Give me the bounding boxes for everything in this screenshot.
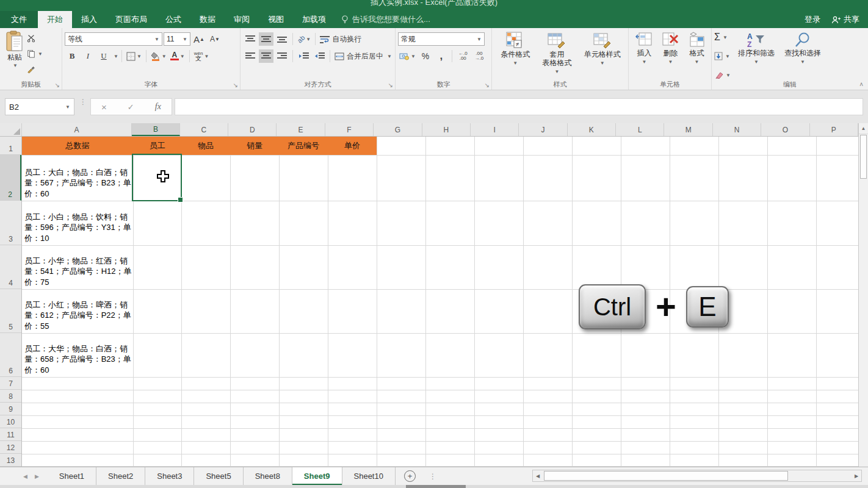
col-header-D[interactable]: D bbox=[228, 123, 277, 136]
borders-dropdown-caret[interactable]: ▼ bbox=[137, 54, 142, 59]
font-size-select[interactable]: 11▼ bbox=[164, 32, 190, 46]
paste-dropdown-caret[interactable]: ▼ bbox=[13, 63, 18, 68]
col-header-A[interactable]: A bbox=[22, 123, 132, 136]
decrease-indent-button[interactable] bbox=[296, 49, 311, 63]
tab-addins[interactable]: 加载项 bbox=[293, 11, 335, 28]
col-header-G[interactable]: G bbox=[374, 123, 422, 136]
autosum-button[interactable]: Σ ▼ bbox=[714, 30, 731, 44]
col-header-L[interactable]: L bbox=[616, 123, 664, 136]
horizontal-scrollbar[interactable]: ◀ ▶ bbox=[532, 470, 862, 482]
name-box[interactable]: B2 ▼ bbox=[5, 98, 74, 115]
scroll-right-icon[interactable]: ▶ bbox=[852, 473, 861, 479]
row-header-7[interactable]: 7 bbox=[0, 377, 21, 390]
selected-cell-B2[interactable] bbox=[132, 154, 182, 201]
clear-dropdown-caret[interactable]: ▼ bbox=[726, 73, 731, 78]
col-header-H[interactable]: H bbox=[422, 123, 471, 136]
copy-button[interactable]: ▼ bbox=[27, 47, 43, 60]
sort-filter-dropdown-caret[interactable]: ▼ bbox=[754, 58, 759, 66]
fill-button[interactable]: ▼ bbox=[714, 49, 731, 63]
row-header-9[interactable]: 9 bbox=[0, 403, 21, 415]
col-header-K[interactable]: K bbox=[568, 123, 616, 136]
sheet-tab-sheet3[interactable]: Sheet3 bbox=[145, 467, 194, 485]
insert-cells-button[interactable]: 插入 ▼ bbox=[633, 30, 656, 68]
row-header-2[interactable]: 2 bbox=[0, 155, 21, 201]
increase-indent-button[interactable] bbox=[312, 49, 327, 63]
insert-dropdown-caret[interactable]: ▼ bbox=[642, 58, 647, 66]
name-box-caret[interactable]: ▼ bbox=[65, 104, 70, 110]
cell-A5[interactable]: 员工：小红；物品：啤酒；销量：612；产品编号：P22；单价：55 bbox=[22, 289, 133, 333]
align-left-button[interactable] bbox=[243, 49, 258, 63]
insert-function-icon[interactable]: fx bbox=[155, 102, 161, 112]
conditional-dropdown-caret[interactable]: ▼ bbox=[513, 59, 518, 68]
tab-formulas[interactable]: 公式 bbox=[156, 11, 190, 28]
cell-A2[interactable]: 员工：大白；物品：白酒；销量：567；产品编号：B23；单价：60 bbox=[22, 155, 133, 201]
tab-home[interactable]: 开始 bbox=[38, 11, 72, 28]
decrease-decimal-button[interactable]: .00→.0 bbox=[472, 49, 487, 63]
col-header-P[interactable]: P bbox=[810, 123, 858, 136]
sheet-tab-sheet5[interactable]: Sheet5 bbox=[194, 467, 243, 485]
clipboard-dialog-launcher[interactable]: ↘ bbox=[55, 82, 60, 88]
row-header-5[interactable]: 5 bbox=[0, 289, 21, 333]
alignment-dialog-launcher[interactable]: ↘ bbox=[388, 82, 393, 88]
fill-color-button[interactable]: ▼ bbox=[150, 49, 168, 63]
autosum-dropdown-caret[interactable]: ▼ bbox=[723, 35, 728, 40]
conditional-formatting-button[interactable]: ≠ 条件格式 ▼ bbox=[498, 30, 532, 77]
scroll-left-icon[interactable]: ◀ bbox=[533, 473, 543, 479]
tab-page-layout[interactable]: 页面布局 bbox=[106, 11, 156, 28]
select-all-corner[interactable] bbox=[0, 123, 22, 136]
accounting-format-button[interactable]: ▼ bbox=[398, 49, 417, 63]
col-header-E[interactable]: E bbox=[277, 123, 325, 136]
row-header-10[interactable]: 10 bbox=[0, 415, 21, 428]
sheet-tab-sheet8[interactable]: Sheet8 bbox=[244, 467, 292, 485]
format-cells-button[interactable]: 格式 ▼ bbox=[685, 30, 709, 68]
number-format-select[interactable]: 常规▼ bbox=[398, 32, 485, 46]
paste-button[interactable]: 粘贴 ▼ bbox=[2, 30, 27, 76]
format-table-dropdown-caret[interactable]: ▼ bbox=[555, 68, 560, 76]
row-header-4[interactable]: 4 bbox=[0, 245, 21, 289]
accounting-dropdown-caret[interactable]: ▼ bbox=[411, 54, 416, 59]
col-header-N[interactable]: N bbox=[713, 123, 761, 136]
tab-data[interactable]: 数据 bbox=[190, 11, 225, 28]
font-dialog-launcher[interactable]: ↘ bbox=[233, 82, 238, 88]
row-header-11[interactable]: 11 bbox=[0, 428, 21, 441]
percent-style-button[interactable]: % bbox=[418, 49, 433, 63]
vertical-scroll-thumb[interactable] bbox=[860, 135, 867, 179]
header-cell-D1[interactable]: 销量 bbox=[230, 137, 279, 155]
delete-cells-button[interactable]: 删除 ▼ bbox=[659, 30, 682, 68]
col-header-J[interactable]: J bbox=[519, 123, 567, 136]
orientation-button[interactable]: ab ▼ bbox=[296, 32, 312, 46]
tell-me-box[interactable]: 告诉我您想要做什么... bbox=[335, 11, 436, 28]
align-top-button[interactable] bbox=[243, 32, 258, 46]
wrap-text-button[interactable]: 自动换行 bbox=[319, 32, 363, 46]
find-select-dropdown-caret[interactable]: ▼ bbox=[800, 58, 805, 66]
find-select-button[interactable]: 查找和选择 ▼ bbox=[782, 30, 823, 82]
copy-dropdown-caret[interactable]: ▼ bbox=[38, 51, 43, 57]
delete-dropdown-caret[interactable]: ▼ bbox=[668, 58, 673, 66]
bold-button[interactable]: B bbox=[65, 49, 79, 63]
format-dropdown-caret[interactable]: ▼ bbox=[695, 58, 700, 66]
comma-style-button[interactable]: , bbox=[434, 49, 449, 63]
underline-dropdown-caret[interactable]: ▼ bbox=[114, 54, 118, 59]
sheet-tab-sheet10[interactable]: Sheet10 bbox=[342, 467, 396, 485]
row-header-3[interactable]: 3 bbox=[0, 201, 21, 245]
tab-review[interactable]: 审阅 bbox=[225, 11, 259, 28]
decrease-font-button[interactable]: A▼ bbox=[208, 32, 222, 46]
collapse-ribbon-chevron[interactable]: ˄ bbox=[859, 81, 863, 88]
formula-bar-handle[interactable]: ⋮ bbox=[79, 100, 87, 104]
scroll-up-icon[interactable]: ▲ bbox=[859, 123, 868, 134]
header-cell-B1[interactable]: 员工 bbox=[133, 137, 181, 155]
col-header-O[interactable]: O bbox=[761, 123, 809, 136]
fill-handle[interactable] bbox=[178, 197, 183, 203]
sort-filter-button[interactable]: AZ 排序和筛选 ▼ bbox=[736, 30, 777, 82]
cell-styles-button[interactable]: 单元格样式 ▼ bbox=[582, 30, 623, 77]
merge-dropdown-caret[interactable]: ▼ bbox=[387, 54, 392, 59]
vertical-scrollbar[interactable]: ▲ bbox=[858, 123, 868, 467]
header-cell-C1[interactable]: 物品 bbox=[181, 137, 230, 155]
borders-button[interactable]: ▼ bbox=[125, 49, 143, 63]
cell-A6[interactable]: 员工：大华；物品：白酒；销量：658；产品编号：B23；单价：60 bbox=[22, 333, 133, 377]
row-header-12[interactable]: 12 bbox=[0, 441, 21, 454]
underline-button[interactable]: U bbox=[96, 49, 111, 63]
merge-center-button[interactable]: 合并后居中 ▼ bbox=[333, 49, 393, 63]
row-header-1[interactable]: 1 bbox=[0, 137, 21, 155]
col-header-C[interactable]: C bbox=[180, 123, 228, 136]
